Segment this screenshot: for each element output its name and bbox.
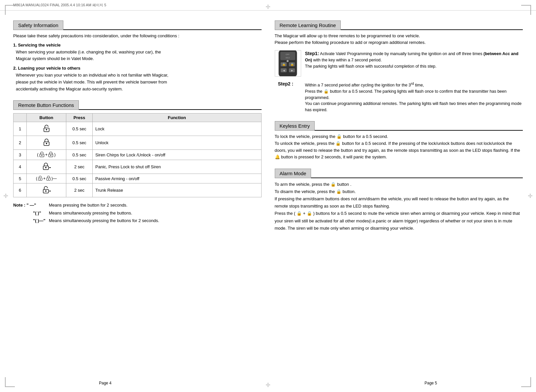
- alarm-section: Alarm Mode To arm the vehicle, press the…: [275, 169, 523, 232]
- corner-mark-br: [521, 377, 531, 387]
- note-text-2: Means simultaneously pressing the button…: [49, 209, 132, 217]
- footer-right: Page 5: [425, 381, 437, 385]
- svg-text:OFF: OFF: [286, 53, 290, 55]
- cross-bottom: ✛: [266, 381, 270, 389]
- step1-image: OFF AVLS 🔓 🔒 ◀ ▶: [275, 50, 301, 77]
- safety-section: Safety Information Please take these saf…: [13, 20, 262, 92]
- step2-label: Step2 :: [278, 81, 301, 86]
- safety-item-1: 1. Servicing the vehicle When servicing …: [13, 43, 262, 63]
- svg-point-1: [46, 129, 47, 130]
- learning-intro: The Magicar will allow up to three remot…: [275, 33, 523, 46]
- cell-press: 0.5 sec: [66, 136, 93, 150]
- col-button: Button: [27, 114, 66, 122]
- svg-point-14: [48, 179, 49, 180]
- footer-left: Page 4: [99, 381, 111, 385]
- cell-press: 2 sec: [66, 160, 93, 174]
- keyless-text: To lock the vehicle, pressing the 🔒 butt…: [275, 133, 523, 161]
- right-column: Remote Learning Routine The Magicar will…: [275, 20, 523, 240]
- col-press: Press: [66, 114, 93, 122]
- cross-top: ✛: [266, 3, 270, 11]
- col-function: Function: [93, 114, 262, 122]
- rbf-title-line: [79, 109, 261, 110]
- note-row-1: Note : " —" Means pressing the button fo…: [13, 201, 262, 209]
- keyless-section: Keyless Entry To lock the vehicle, press…: [275, 121, 523, 161]
- step1-block: OFF AVLS 🔓 🔒 ◀ ▶: [275, 50, 523, 77]
- cell-function: Unlock: [93, 136, 262, 150]
- svg-point-7: [50, 155, 51, 156]
- cell-num: 5: [14, 174, 27, 183]
- cell-button: [27, 122, 66, 136]
- svg-rect-19: [280, 52, 295, 60]
- cross-right: ✛: [528, 192, 533, 200]
- table-row: 1 0.5 sec Lock: [14, 122, 262, 136]
- safety-header: Safety Information: [13, 20, 262, 30]
- cell-button: [27, 136, 66, 150]
- rbf-table-header-row: Button Press Function: [14, 114, 262, 122]
- learning-title-line: [341, 29, 523, 30]
- cell-num: 1: [14, 122, 27, 136]
- note-section: Note : " —" Means pressing the button fo…: [13, 201, 262, 224]
- alarm-text: To arm the vehicle, press the 🔒 button .…: [275, 181, 523, 232]
- cell-button: (+): [27, 150, 66, 160]
- svg-point-5: [41, 155, 42, 156]
- remote-svg: OFF AVLS 🔓 🔒 ◀ ▶: [275, 50, 300, 77]
- table-row: 2 0.5 sec Unlock: [14, 136, 262, 150]
- learning-header: Remote Learning Routine: [275, 20, 523, 30]
- cross-left: ✛: [3, 192, 8, 200]
- safety-item-2-title: 2. Loaning your vehicle to others: [13, 66, 262, 71]
- keyless-title-line: [315, 130, 523, 131]
- step1-text: Step1: Activate Valet/ Programming mode …: [305, 50, 523, 70]
- table-row: 3 (+) 0.5 sec Siren Chirps for Lock /Unl…: [14, 150, 262, 160]
- safety-item-2-text: Whenever you loan your vehicle to an ind…: [16, 72, 262, 92]
- safety-intro: Please take these safety precautions int…: [13, 33, 262, 39]
- svg-text:🔒: 🔒: [290, 62, 294, 66]
- note-label-3: "( )—": [13, 217, 46, 224]
- cell-function: Siren Chirps for Lock /Unlock - on/off: [93, 150, 262, 160]
- step1-label: Step1:: [305, 51, 319, 56]
- cell-num: 2: [14, 136, 27, 150]
- cell-function: Trunk Release: [93, 183, 262, 197]
- note-text-1: Means pressing the button for 2 seconds.: [49, 201, 127, 209]
- corner-mark-tl: [5, 5, 15, 15]
- rbf-title: Remote Button Functions: [13, 100, 79, 110]
- step2-block: Step2 : Within a 7 second period after c…: [278, 81, 523, 113]
- cell-button: (+)—: [27, 174, 66, 183]
- svg-point-16: [45, 190, 47, 192]
- cell-press: 0.5 sec: [66, 122, 93, 136]
- keyless-title: Keyless Entry: [275, 121, 315, 131]
- header-text: M861A MANUAL0324 FINAL 2005.4.4 10:16 AM…: [13, 3, 106, 7]
- cell-function: Panic, Press Lock to shut off Siren: [93, 160, 262, 174]
- main-content: Safety Information Please take these saf…: [0, 11, 536, 250]
- svg-point-3: [46, 143, 47, 144]
- learning-title: Remote Learning Routine: [275, 20, 341, 30]
- keyless-header: Keyless Entry: [275, 121, 523, 131]
- cell-press: 2 sec: [66, 183, 93, 197]
- safety-title: Safety Information: [13, 20, 63, 30]
- table-row: 4 2 sec Panic, Press Lock to shut off Si…: [14, 160, 262, 174]
- svg-text:AVLS: AVLS: [286, 57, 290, 59]
- cell-press: 0.5 sec: [66, 174, 93, 183]
- cell-num: 4: [14, 160, 27, 174]
- cell-num: 3: [14, 150, 27, 160]
- note-text-3: Means simultaneously pressing the button…: [49, 217, 159, 224]
- learning-section: Remote Learning Routine The Magicar will…: [275, 20, 523, 113]
- left-column: Safety Information Please take these saf…: [13, 20, 262, 240]
- rbf-header: Remote Button Functions: [13, 100, 262, 110]
- rbf-table: Button Press Function 1 0.5 sec Lock 2 0…: [13, 113, 262, 197]
- note-row-3: "( )—" Means simultaneously pressing the…: [13, 217, 262, 224]
- cell-press: 0.5 sec: [66, 150, 93, 160]
- table-row: 6 2 sec Trunk Release: [14, 183, 262, 197]
- cell-num: 6: [14, 183, 27, 197]
- svg-point-9: [45, 167, 47, 168]
- step2-text: Within a 7 second period after cycling t…: [305, 81, 523, 113]
- svg-text:🔓: 🔓: [282, 62, 286, 66]
- col-num: [14, 114, 27, 122]
- note-label-2: "( )": [13, 209, 46, 217]
- cell-function: Lock: [93, 122, 262, 136]
- cell-button: [27, 160, 66, 174]
- alarm-title-line: [311, 178, 523, 178]
- alarm-title: Alarm Mode: [275, 169, 311, 178]
- rbf-section: Remote Button Functions Button Press Fun…: [13, 100, 262, 224]
- safety-item-1-title: 1. Servicing the vehicle: [13, 43, 262, 48]
- corner-mark-tr: [521, 5, 531, 15]
